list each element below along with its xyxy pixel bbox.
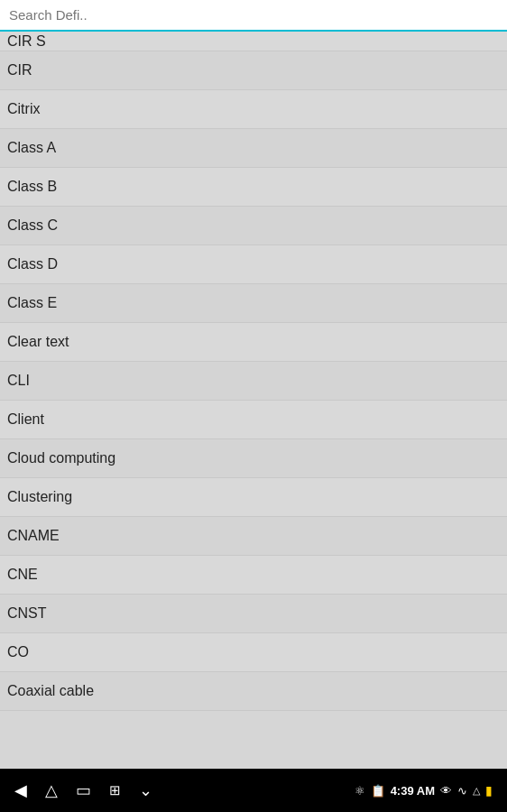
signal-icon: △ <box>473 785 480 797</box>
sim-icon: 📋 <box>371 784 385 798</box>
status-icons: ⚛ 📋 4:39 AM 👁 ∿ △ ▮ <box>355 783 493 798</box>
list-item-text: CNE <box>7 567 38 583</box>
list-item-text: Clear text <box>7 334 69 350</box>
list-item[interactable]: CNE <box>0 556 507 595</box>
menu-button[interactable]: ⌄ <box>139 780 152 800</box>
list-item[interactable]: Class C <box>0 207 507 245</box>
list-item-text: CO <box>7 644 29 660</box>
list-item-text: Client <box>7 411 44 428</box>
list-item[interactable]: Clear text <box>0 323 507 362</box>
list-item[interactable]: Cloud computing <box>0 439 507 478</box>
time-display: 4:39 AM <box>391 784 435 798</box>
list-item[interactable]: Citrix <box>0 90 507 129</box>
status-bar: ◀ △ ▭ ⊞ ⌄ ⚛ 📋 4:39 AM 👁 ∿ △ ▮ <box>0 769 507 812</box>
list-item-text: CNST <box>7 605 47 622</box>
back-button[interactable]: ◀ <box>14 780 27 800</box>
qr-button[interactable]: ⊞ <box>109 782 121 798</box>
list-item[interactable]: Class E <box>0 284 507 323</box>
list-item[interactable]: Coaxial cable <box>0 672 507 711</box>
wifi-icon: ∿ <box>457 784 467 798</box>
list-item[interactable]: Client <box>0 401 507 439</box>
list-item[interactable]: CLI <box>0 362 507 401</box>
search-input[interactable] <box>9 7 498 23</box>
list-item[interactable]: CIR S <box>0 32 507 51</box>
list-item[interactable]: Clustering <box>0 478 507 517</box>
list-item-text: Class C <box>7 217 58 234</box>
list-item[interactable]: CNST <box>0 595 507 633</box>
battery-icon: ▮ <box>485 783 493 798</box>
list-item[interactable]: Class B <box>0 168 507 207</box>
list-item-text: CNAME <box>7 528 60 544</box>
list-container: CIR S CIR Citrix Class A Class B Class C… <box>0 32 507 769</box>
eye-icon: 👁 <box>440 784 452 798</box>
list-item-text: Clustering <box>7 489 72 505</box>
search-bar <box>0 0 507 32</box>
list-item-text: Class B <box>7 179 57 195</box>
usb-icon: ⚛ <box>355 784 365 798</box>
list-item-text: CIR S <box>7 33 46 50</box>
list-item-text: CLI <box>7 373 30 389</box>
list-item-text: Cloud computing <box>7 450 115 466</box>
list-item-text: CIR <box>7 62 32 78</box>
list-item[interactable]: CNAME <box>0 517 507 556</box>
nav-icons: ◀ △ ▭ ⊞ ⌄ <box>14 780 152 800</box>
list-item[interactable]: Class A <box>0 129 507 168</box>
recents-button[interactable]: ▭ <box>76 780 91 800</box>
list-item-text: Citrix <box>7 101 40 117</box>
list-item-text: Coaxial cable <box>7 683 94 699</box>
list-item-text: Class E <box>7 295 57 311</box>
list-item-text: Class D <box>7 256 58 272</box>
list-item[interactable]: CO <box>0 633 507 672</box>
home-button[interactable]: △ <box>45 780 58 800</box>
list-item-text: Class A <box>7 140 56 156</box>
list-item[interactable]: CIR <box>0 51 507 90</box>
list-item[interactable]: Class D <box>0 245 507 284</box>
